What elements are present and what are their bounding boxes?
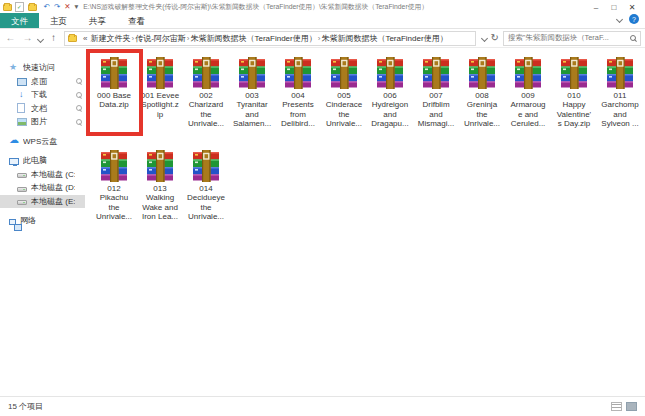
minimize-button[interactable]: – <box>587 3 605 12</box>
details-view-icon[interactable] <box>611 402 622 411</box>
file-grid: 000 Base Data.zip 001 Eevee Spotlight.z … <box>91 57 645 243</box>
sidebar-item[interactable]: 本地磁盘 (E:) <box>0 195 85 209</box>
file-item[interactable]: 007 Drifblim and Mismagi... <box>414 57 458 148</box>
sidebar-item[interactable]: 下载 <box>0 88 85 102</box>
sidebar-item[interactable]: 快速访问 <box>0 61 85 75</box>
file-name: 010 Happy Valentine' s Day.zip <box>557 91 591 128</box>
breadcrumb-segment[interactable]: 新建文件夹 <box>90 34 130 43</box>
address-bar[interactable]: « 新建文件夹›传说-阿尔宙斯›朱紫新闻数据块（TeraFinder使用）›朱紫… <box>64 31 476 46</box>
pin-icon <box>75 137 82 145</box>
undo-icon[interactable]: ↶ <box>44 3 50 11</box>
redo-icon[interactable]: ↷ <box>54 3 60 11</box>
winrar-archive-icon <box>144 150 176 182</box>
file-item[interactable]: 009 Armaroug e and Ceruled... <box>506 57 550 148</box>
winrar-archive-icon <box>374 57 406 89</box>
items-count: 15 个项目 <box>8 401 43 412</box>
sidebar-item[interactable]: 此电脑 <box>0 154 85 168</box>
drive-icon <box>17 200 27 205</box>
customize-toolbar-icon[interactable]: ▾ <box>75 3 79 11</box>
winrar-archive-icon <box>604 57 636 89</box>
sidebar-item-label: 此电脑 <box>23 155 75 166</box>
sidebar-item-label: 桌面 <box>31 76 75 87</box>
expand-ribbon-icon[interactable] <box>616 15 623 22</box>
file-item[interactable]: 008 Greninja the Unrivale... <box>460 57 504 148</box>
file-name: 007 Drifblim and Mismagi... <box>418 91 454 128</box>
sidebar-item[interactable]: 图片 <box>0 115 85 129</box>
file-item[interactable]: 014 Decidueye the Unrivale... <box>184 150 228 241</box>
navigation-pane: 快速访问 桌面 下载 文档 图片 WPS云盘 此电脑 本地磁盘 (C:) 本地磁… <box>0 48 85 396</box>
sidebar-item[interactable]: 网络 <box>0 214 85 228</box>
back-button[interactable]: ← <box>4 32 17 44</box>
winrar-archive-icon <box>328 57 360 89</box>
sidebar-item[interactable]: 文档 <box>0 102 85 116</box>
file-name: 004 Presents from Delibird... <box>281 91 315 128</box>
pin-icon <box>75 77 82 85</box>
properties-icon[interactable]: ✓ <box>15 2 24 12</box>
ribbon-tabs: 文件主页共享查看 <box>0 13 156 28</box>
up-button[interactable]: ↑ <box>47 32 60 44</box>
large-icons-view-icon[interactable] <box>626 402 637 411</box>
file-name: 002 Charizard the Unrivale... <box>188 91 224 128</box>
file-item[interactable]: 005 Cinderace the Unrivale... <box>322 57 366 148</box>
sidebar-item[interactable]: 本地磁盘 (C:) <box>0 168 85 182</box>
sidebar-item-label: 本地磁盘 (C:) <box>31 169 75 180</box>
ribbon-tab[interactable]: 查看 <box>117 13 156 28</box>
ribbon-tab[interactable]: 文件 <box>0 13 39 28</box>
winrar-archive-icon <box>190 57 222 89</box>
address-folder-icon <box>68 35 77 42</box>
file-name: 000 Base Data.zip <box>97 91 131 110</box>
this-pc-icon <box>9 158 19 165</box>
maximize-button[interactable]: □ <box>605 3 623 12</box>
refresh-icon[interactable]: ↻ <box>491 33 499 43</box>
breadcrumb-segment[interactable]: 朱紫新闻数据块（TeraFinder使用） <box>190 34 316 43</box>
sidebar-item[interactable]: 桌面 <box>0 75 85 89</box>
sidebar-item-label: 图片 <box>31 116 75 127</box>
file-item[interactable]: 010 Happy Valentine' s Day.zip <box>552 57 596 148</box>
forward-button[interactable]: → <box>21 32 34 44</box>
winrar-archive-icon <box>558 57 590 89</box>
ribbon-tab[interactable]: 共享 <box>78 13 117 28</box>
desktop-icon <box>17 78 27 86</box>
file-item[interactable]: 011 Garchomp and Sylveon ... <box>598 57 642 148</box>
address-dropdown-icon[interactable] <box>481 34 488 41</box>
winrar-archive-icon <box>282 57 314 89</box>
ribbon-tab[interactable]: 主页 <box>39 13 78 28</box>
delete-icon[interactable]: ✕ <box>64 3 70 11</box>
pin-icon <box>75 157 82 165</box>
pin-icon <box>75 170 82 178</box>
new-folder-icon[interactable] <box>28 4 37 11</box>
search-box[interactable]: 搜索"朱紫新闻数据块（TeraF... <box>503 31 641 46</box>
file-name: 011 Garchomp and Sylveon ... <box>601 91 638 128</box>
breadcrumb-overflow[interactable]: « <box>83 34 87 43</box>
file-item[interactable]: 001 Eevee Spotlight.z ip <box>138 57 182 148</box>
file-explorer-window: ✓ ↶ ↷ ✕ ▾ E:\NS游戏破解整理文件夹(传说-阿尔宙斯)\朱紫新闻数据… <box>0 0 645 416</box>
sidebar-item[interactable]: 本地磁盘 (D:) <box>0 181 85 195</box>
window-title: E:\NS游戏破解整理文件夹(传说-阿尔宙斯)\朱紫新闻数据块（TeraFind… <box>83 2 583 12</box>
pin-icon <box>75 184 82 192</box>
breadcrumb-segment[interactable]: 朱紫新闻数据块（TeraFinder使用） <box>321 34 447 43</box>
sidebar-item[interactable]: WPS云盘 <box>0 135 85 149</box>
sidebar-item-label: WPS云盘 <box>23 136 75 147</box>
file-item[interactable]: 002 Charizard the Unrivale... <box>184 57 228 148</box>
quick-access-toolbar: ✓ ↶ ↷ ✕ ▾ <box>15 2 78 12</box>
file-item[interactable]: 000 Base Data.zip <box>92 57 136 148</box>
file-name: 014 Decidueye the Unrivale... <box>187 184 225 221</box>
file-name: 005 Cinderace the Unrivale... <box>326 91 362 128</box>
file-item[interactable]: 003 Tyranitar and Salamen... <box>230 57 274 148</box>
file-name: 006 Hydreigon and Dragapu... <box>371 91 408 128</box>
close-button[interactable]: ✕ <box>623 3 641 12</box>
file-item[interactable]: 012 Pikachu the Unrivale... <box>92 150 136 241</box>
help-icon[interactable]: ? <box>629 14 639 24</box>
pin-icon <box>75 91 82 99</box>
network-icon <box>9 219 16 225</box>
search-icon[interactable] <box>630 35 636 41</box>
recent-locations-icon[interactable] <box>37 36 44 43</box>
status-bar: 15 个项目 <box>0 396 645 416</box>
file-item[interactable]: 013 Walking Wake and Iron Lea... <box>138 150 182 241</box>
file-item[interactable]: 006 Hydreigon and Dragapu... <box>368 57 412 148</box>
file-item[interactable]: 004 Presents from Delibird... <box>276 57 320 148</box>
sidebar-item-label: 下载 <box>31 89 75 100</box>
downloads-icon <box>17 90 27 100</box>
breadcrumb-segment[interactable]: 传说-阿尔宙斯 <box>135 34 186 43</box>
sidebar-item-label: 文档 <box>31 103 75 114</box>
